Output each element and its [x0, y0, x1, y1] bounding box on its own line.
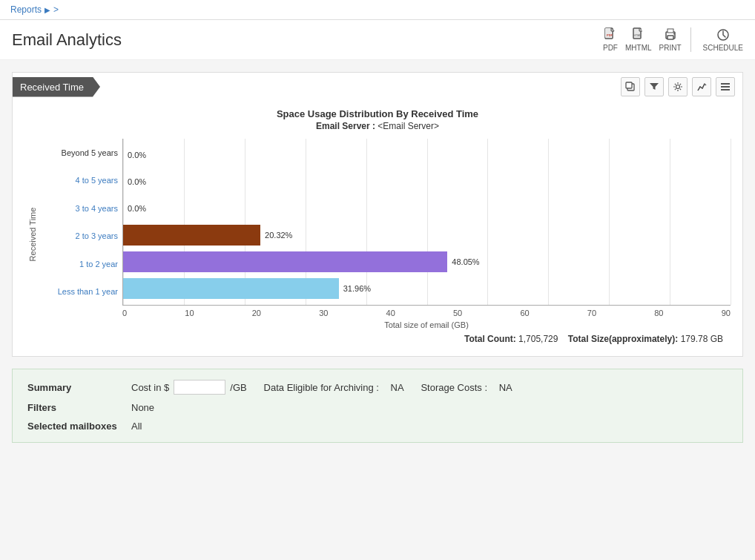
y-label-4: 1 to 2 year: [79, 260, 118, 269]
widget-label: Received Time: [13, 77, 100, 97]
filters-value: None: [131, 402, 154, 413]
selected-mailboxes-label: Selected mailboxes: [27, 421, 124, 432]
copy-button[interactable]: [621, 77, 640, 96]
table-row: 0.0%: [123, 168, 731, 195]
data-eligible-label: Data Eligible for Archiving :: [264, 382, 379, 393]
page-title: Email Analytics: [12, 30, 122, 50]
storage-costs-label: Storage Costs :: [421, 382, 487, 393]
svg-rect-7: [667, 29, 673, 33]
x-axis-label: Total size of email (GB): [41, 320, 731, 329]
bar-1to2: [123, 251, 447, 272]
y-label-5: Less than 1 year: [58, 287, 118, 296]
chart-view-button[interactable]: [692, 77, 711, 96]
table-row: 0.0%: [123, 195, 731, 222]
mhtml-button[interactable]: HTML MHTML: [625, 27, 652, 52]
x-axis: 0 10 20 30 40 50 60 70 80 90: [122, 309, 731, 317]
total-size-value: 179.78 GB: [681, 334, 723, 344]
toolbar-icons: PDF PDF HTML MHTML PRINT: [603, 27, 743, 52]
widget: Received Time: [12, 72, 743, 357]
print-button[interactable]: PRINT: [659, 27, 682, 52]
filter-button[interactable]: [644, 77, 664, 96]
summary-content-1: Cost in $ /GB Data Eligible for Archivin…: [131, 380, 512, 395]
breadcrumb: Reports ▶ >: [10, 4, 59, 15]
svg-rect-13: [721, 83, 730, 85]
widget-header: Received Time: [13, 73, 742, 101]
filters-label: Filters: [27, 402, 124, 413]
cost-unit: /GB: [230, 382, 246, 393]
x-axis-container: 0 10 20 30 40 50 60 70 80 90: [41, 306, 731, 317]
breadcrumb-reports[interactable]: Reports: [10, 4, 42, 15]
main-content: Received Time: [0, 60, 755, 455]
summary-label: Summary: [27, 382, 124, 393]
bar-label-0: 0.0%: [128, 151, 146, 159]
summary-row-2: Filters None: [27, 402, 728, 413]
table-row: 31.96%: [123, 275, 731, 302]
chart-title: Space Usage Distribution By Received Tim…: [24, 108, 731, 119]
cost-input[interactable]: [174, 380, 225, 395]
breadcrumb-arrow: ▶: [44, 6, 50, 14]
y-labels: Beyond 5 years 4 to 5 years 3 to 4 years…: [41, 139, 122, 306]
chart-subtitle: Email Server : <Email Server>: [24, 121, 731, 131]
table-row: 48.05%: [123, 248, 731, 275]
summary-box: Summary Cost in $ /GB Data Eligible for …: [12, 369, 743, 443]
bar-label-3: 20.32%: [265, 231, 292, 240]
breadcrumb-more[interactable]: >: [53, 4, 59, 15]
list-view-button[interactable]: [716, 77, 735, 96]
chart-inner: Beyond 5 years 4 to 5 years 3 to 4 years…: [41, 139, 731, 329]
svg-point-8: [673, 33, 675, 35]
summary-row-3: Selected mailboxes All: [27, 421, 728, 432]
storage-costs-value: NA: [499, 382, 512, 393]
bars-and-yaxis: Beyond 5 years 4 to 5 years 3 to 4 years…: [41, 139, 731, 306]
chart-area: Space Usage Distribution By Received Tim…: [13, 101, 742, 356]
svg-rect-6: [667, 36, 673, 39]
schedule-button[interactable]: SCHEDULE: [703, 27, 743, 52]
svg-point-12: [676, 85, 680, 89]
bar-label-5: 31.96%: [343, 284, 371, 293]
cost-prefix: Cost in $: [131, 382, 169, 393]
header-bar: Email Analytics PDF PDF HTML MHTM: [0, 20, 755, 60]
y-label-1: 4 to 5 years: [76, 176, 118, 185]
selected-mailboxes-value: All: [131, 421, 142, 432]
svg-rect-11: [626, 82, 632, 88]
chart-footer: Total Count: 1,705,729 Total Size(approx…: [24, 329, 731, 349]
bar-lt1: [123, 278, 339, 299]
bar-label-2: 0.0%: [128, 204, 146, 213]
bar-label-4: 48.05%: [452, 257, 479, 266]
bars-area: 0.0% 0.0% 0.0%: [122, 139, 731, 306]
y-label-0: Beyond 5 years: [62, 148, 118, 157]
summary-row-1: Summary Cost in $ /GB Data Eligible for …: [27, 380, 728, 395]
data-eligible-value: NA: [391, 382, 404, 393]
breadcrumb-bar: Reports ▶ >: [0, 0, 755, 20]
y-axis-label-container: Received Time: [24, 139, 41, 329]
widget-actions: [613, 73, 742, 101]
pdf-button[interactable]: PDF PDF: [603, 27, 618, 52]
table-row: 0.0%: [123, 142, 731, 168]
table-row: 20.32%: [123, 222, 731, 248]
export-icon-group: PDF PDF HTML MHTML PRINT: [603, 27, 691, 52]
svg-rect-14: [721, 86, 730, 88]
bar-2to3: [123, 225, 260, 246]
total-size-label: Total Size(approximately):: [568, 334, 678, 344]
total-count-label: Total Count:: [464, 334, 516, 344]
y-axis-label: Received Time: [28, 207, 37, 261]
svg-rect-15: [721, 89, 730, 90]
svg-text:PDF: PDF: [607, 33, 613, 37]
chart-container: Received Time Beyond 5 years 4 to 5 year…: [24, 139, 731, 329]
y-label-2: 3 to 4 years: [76, 204, 118, 213]
y-label-3: 2 to 3 years: [76, 231, 118, 240]
settings-button[interactable]: [668, 77, 688, 96]
total-count-value: 1,705,729: [518, 334, 558, 344]
bar-label-1: 0.0%: [128, 177, 146, 186]
svg-text:HTML: HTML: [633, 34, 641, 37]
